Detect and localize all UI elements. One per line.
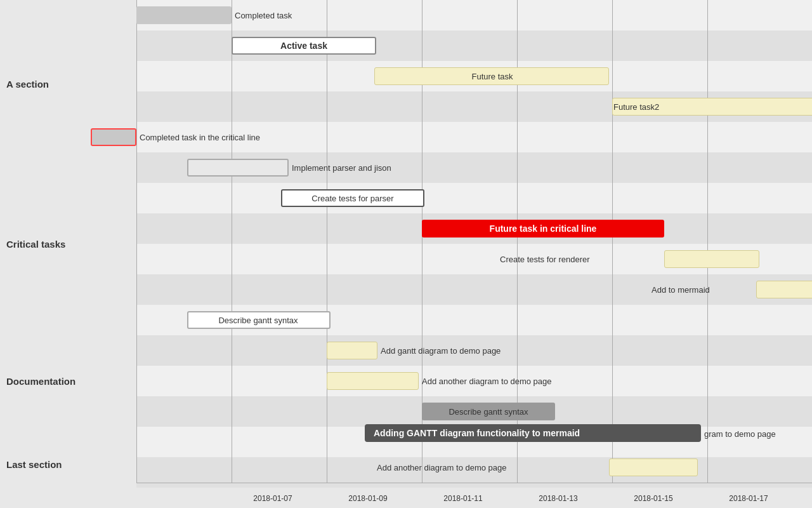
date-jan09: 2018-01-09: [348, 494, 387, 503]
future-task2-label: Future task2: [613, 98, 659, 116]
adding-gantt-overflow: gram to demo page: [704, 424, 776, 443]
gantt-chart: A section Critical tasks Documentation L…: [0, 0, 812, 508]
row-bg-c3: [136, 183, 812, 213]
future-task-label: Future task: [376, 67, 609, 85]
completed-critical-bar: [91, 128, 136, 146]
future-critical-bar: Future task in critical line: [422, 220, 664, 237]
row-bg-c6: [136, 274, 812, 305]
describe-gantt-label: Describe gantt syntax: [189, 311, 327, 329]
add-to-mermaid-label: Add to mermaid: [652, 281, 710, 298]
gantt-container: A section Critical tasks Documentation L…: [0, 0, 812, 508]
section-label-doc: Documentation: [0, 335, 136, 427]
adding-gantt-tooltip: Adding GANTT diagram functionality to me…: [365, 424, 701, 442]
section-label-critical: Critical tasks: [0, 183, 136, 305]
completed-critical-label: Completed task in the critical line: [140, 128, 260, 146]
date-jan17: 2018-01-17: [729, 494, 768, 503]
describe-gantt2-label: Describe gantt syntax: [423, 403, 554, 420]
add-another-demo-label: Add another diagram to demo page: [422, 372, 552, 390]
create-tests-renderer-bar: [664, 250, 759, 268]
add-to-mermaid-bar: [756, 281, 812, 298]
grid-line-jan19: [707, 0, 708, 483]
add-gantt-demo-label: Add gantt diagram to demo page: [381, 342, 501, 359]
implement-parser-bar: [187, 159, 289, 177]
date-jan13: 2018-01-13: [539, 494, 577, 503]
implement-parser-label: Implement parser and jison: [292, 159, 391, 177]
completed-task-label: Completed task: [235, 6, 292, 24]
active-task-label: Active task: [233, 37, 375, 55]
add-demo-last-bar: [609, 458, 698, 476]
completed-task-bar: [136, 6, 232, 24]
grid-line-jan09: [232, 0, 232, 483]
add-gantt-demo-bar: [327, 342, 377, 359]
grid-line-jan07: [136, 0, 137, 483]
create-tests-parser-label: Create tests for parser: [284, 189, 422, 207]
date-jan15: 2018-01-15: [634, 494, 672, 503]
add-another-demo-bar: [327, 372, 419, 390]
date-jan07: 2018-01-07: [253, 494, 292, 503]
date-jan11: 2018-01-11: [443, 494, 482, 503]
create-tests-renderer-label: Create tests for renderer: [500, 250, 590, 268]
add-demo-last-label: Add another diagram to demo page: [377, 458, 507, 476]
grid-line-jan17: [612, 0, 613, 483]
section-label-a: A section: [0, 46, 136, 122]
date-axis: 2018-01-07 2018-01-09 2018-01-11 2018-01…: [136, 483, 812, 508]
grid-line-jan11: [327, 0, 327, 483]
section-label-last: Last section: [0, 439, 136, 490]
